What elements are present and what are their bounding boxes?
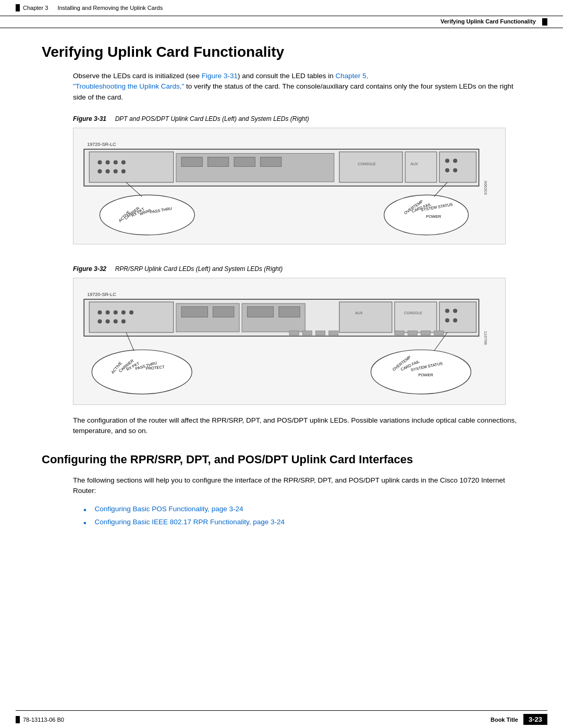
footer-content: 78-13113-06 B0 Book Title 3-23	[0, 711, 563, 728]
right-header-icon	[542, 18, 547, 26]
svg-point-52	[445, 309, 449, 313]
svg-rect-11	[181, 157, 202, 166]
figure31-title: DPT and POS/DPT Uplink Card LEDs (Left) …	[115, 115, 309, 122]
svg-point-2	[97, 160, 102, 164]
svg-point-64	[121, 319, 126, 324]
svg-rect-69	[395, 331, 404, 335]
page-header: Chapter 3 Installing and Removing the Up…	[0, 0, 563, 16]
svg-rect-71	[421, 331, 430, 335]
svg-point-54	[445, 318, 449, 323]
figure32-svg: 19720-SR-LC AUX CONSOLE	[79, 283, 500, 399]
svg-rect-70	[408, 331, 417, 335]
svg-point-3	[106, 160, 110, 164]
svg-rect-72	[434, 331, 444, 335]
config-paragraph: The configuration of the router will aff…	[73, 415, 521, 437]
footer-right: Book Title 3-23	[491, 714, 547, 725]
footer-code: 78-13113-06 B0	[23, 717, 64, 723]
figure32-label-text: Figure 3-32	[73, 265, 106, 273]
svg-rect-68	[329, 331, 338, 335]
svg-text:116788: 116788	[483, 331, 488, 345]
figure31-label-text: Figure 3-31	[73, 115, 106, 122]
svg-point-60	[129, 310, 133, 314]
chapter-label: Chapter 3	[23, 5, 48, 11]
svg-rect-15	[339, 152, 402, 182]
figure-31-link[interactable]: Figure 3-31	[202, 72, 238, 80]
svg-rect-45	[247, 306, 273, 317]
svg-point-6	[97, 169, 102, 174]
section2-heading: Configuring the RPR/SRP, DPT, and POS/DP…	[42, 452, 521, 467]
svg-point-21	[453, 158, 457, 163]
header-separator	[51, 5, 54, 11]
svg-text:CONSOLE: CONSOLE	[404, 311, 422, 314]
svg-text:CONSOLE: CONSOLE	[358, 162, 376, 165]
svg-point-62	[106, 319, 110, 324]
svg-rect-13	[234, 157, 255, 166]
svg-point-63	[114, 319, 118, 324]
svg-rect-47	[339, 302, 392, 332]
svg-point-55	[453, 318, 457, 323]
bullet-list: Configuring Basic POS Functionality, pag…	[83, 505, 521, 528]
svg-text:POWER: POWER	[418, 373, 433, 377]
svg-rect-19	[439, 152, 476, 182]
svg-point-4	[114, 160, 118, 164]
chapter5-link[interactable]: Chapter 5,	[336, 72, 369, 80]
bullet-item-2: Configuring Basic IEEE 802.17 RPR Functi…	[83, 518, 521, 528]
svg-rect-42	[181, 306, 207, 317]
figure31-container: 19720-SR-LC CONSOLE AUX	[73, 128, 506, 244]
page-title: Verifying Uplink Card Functionality	[42, 44, 521, 60]
intro-paragraph: Observe the LEDs card is initialized (se…	[73, 71, 521, 103]
svg-point-57	[106, 310, 110, 314]
intro-text-middle: ) and consult the LED tables in	[238, 72, 336, 80]
svg-rect-49	[395, 302, 437, 332]
svg-rect-14	[260, 157, 281, 166]
troubleshooting-link[interactable]: "Troubleshooting the Uplink Cards,"	[73, 82, 184, 90]
footer-book-title: Book Title	[491, 717, 518, 723]
figure31-model: 19720-SR-LC	[87, 142, 116, 147]
svg-rect-46	[279, 306, 300, 317]
svg-text:AUX: AUX	[410, 162, 418, 165]
svg-point-9	[121, 169, 126, 174]
section2-intro: The following sections will help you to …	[73, 475, 521, 497]
figure31-svg: 19720-SR-LC CONSOLE AUX	[79, 133, 500, 239]
svg-point-25	[100, 195, 194, 235]
svg-point-20	[445, 158, 449, 163]
svg-rect-12	[207, 157, 228, 166]
bullet-link-1[interactable]: Configuring Basic POS Functionality, pag…	[95, 505, 243, 513]
svg-rect-17	[405, 152, 437, 182]
svg-rect-40	[89, 302, 174, 332]
bullet-item-1: Configuring Basic POS Functionality, pag…	[83, 505, 521, 515]
svg-point-74	[92, 350, 192, 394]
svg-point-8	[114, 169, 118, 174]
svg-rect-43	[213, 306, 234, 317]
svg-rect-65	[289, 331, 299, 335]
figure32-title: RPR/SRP Uplink Card LEDs (Left) and Syst…	[115, 265, 283, 273]
right-header-label: Verifying Uplink Card Functionality	[0, 16, 563, 28]
right-header-text: Verifying Uplink Card Functionality	[440, 18, 536, 24]
svg-rect-67	[315, 331, 325, 335]
intro-text-before: Observe the LEDs card is initialized (se…	[73, 72, 202, 80]
svg-text:POWER: POWER	[426, 214, 442, 218]
svg-point-61	[97, 319, 102, 324]
svg-text:AUX: AUX	[355, 311, 363, 314]
figure31-label: Figure 3-31 DPT and POS/DPT Uplink Card …	[73, 115, 521, 122]
header-left: Chapter 3 Installing and Removing the Up…	[16, 4, 163, 11]
svg-rect-1	[89, 152, 174, 182]
svg-text:666303: 666303	[483, 181, 488, 195]
page-number: 3-23	[523, 714, 547, 725]
svg-rect-66	[302, 331, 312, 335]
svg-point-56	[97, 310, 102, 314]
footer-left: 78-13113-06 B0	[16, 716, 64, 723]
page-footer: 78-13113-06 B0 Book Title 3-23	[0, 710, 563, 728]
figure32-label: Figure 3-32 RPR/SRP Uplink Card LEDs (Le…	[73, 265, 521, 273]
svg-point-5	[121, 160, 126, 164]
svg-point-58	[114, 310, 118, 314]
bullet-link-2[interactable]: Configuring Basic IEEE 802.17 RPR Functi…	[95, 518, 285, 526]
footer-bar-icon	[16, 716, 20, 723]
header-bar-icon	[16, 4, 20, 11]
svg-point-59	[121, 310, 126, 314]
svg-text:19720-SR-LC: 19720-SR-LC	[87, 292, 116, 297]
svg-point-7	[106, 169, 110, 174]
svg-point-22	[445, 168, 449, 172]
figure32-container: 19720-SR-LC AUX CONSOLE	[73, 278, 506, 405]
svg-rect-51	[439, 302, 476, 332]
